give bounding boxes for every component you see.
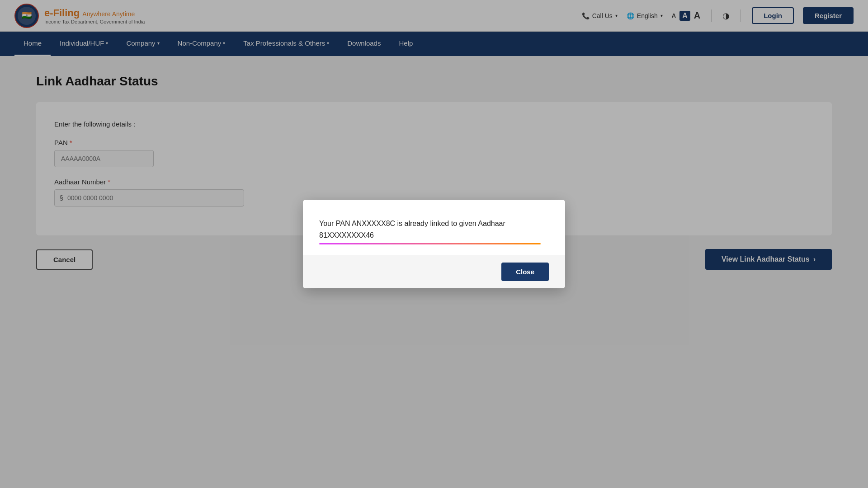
modal-overlay: Your PAN ANXXXXX8C is already linked to … bbox=[0, 0, 868, 488]
modal-dialog: Your PAN ANXXXXX8C is already linked to … bbox=[303, 200, 565, 288]
modal-underline-decoration bbox=[319, 243, 541, 244]
modal-body: Your PAN ANXXXXX8C is already linked to … bbox=[303, 200, 565, 255]
modal-close-button[interactable]: Close bbox=[501, 263, 549, 281]
modal-message: Your PAN ANXXXXX8C is already linked to … bbox=[319, 220, 505, 239]
modal-footer: Close bbox=[303, 255, 565, 288]
